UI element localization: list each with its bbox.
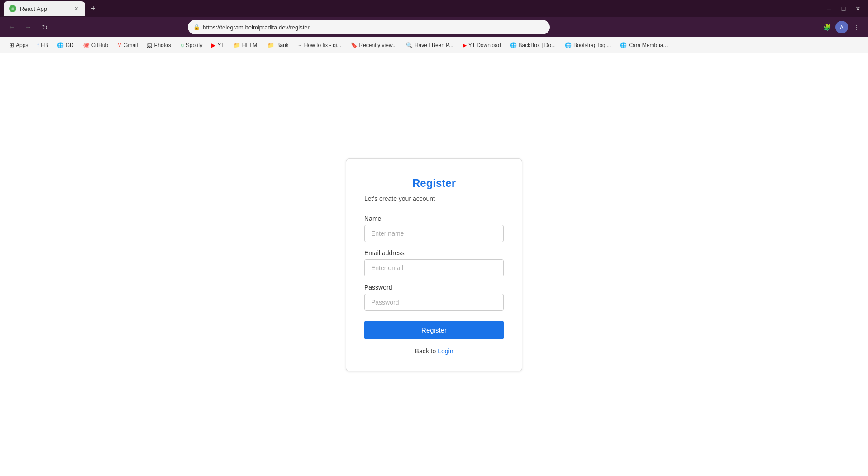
- gmail-label: Gmail: [124, 42, 138, 48]
- bookmark-fb[interactable]: f FB: [33, 40, 51, 50]
- helmi-label: HELMI: [242, 42, 259, 48]
- password-field-group: Password: [364, 284, 504, 311]
- address-bar: ← → ↻ 🔒 https://telegram.helmipradita.de…: [0, 17, 868, 37]
- close-button[interactable]: ✕: [852, 2, 864, 15]
- yt-label: YT: [217, 42, 224, 48]
- backbox-icon: 🌐: [510, 42, 517, 48]
- email-field-group: Email address: [364, 249, 504, 276]
- bookmark-helmi[interactable]: 📁 HELMI: [230, 40, 262, 50]
- apps-icon: ⊞: [9, 42, 14, 48]
- url-text: https://telegram.helmipradita.dev/regist…: [203, 24, 544, 31]
- password-input[interactable]: [364, 294, 504, 311]
- email-label: Email address: [364, 249, 504, 257]
- minimize-button[interactable]: ─: [823, 2, 835, 15]
- bookmarks-bar: ⊞ Apps f FB 🌐 GD 🐙 GitHub M Gmail 🖼 Phot…: [0, 37, 868, 53]
- email-input[interactable]: [364, 259, 504, 276]
- extensions-icon[interactable]: 🧩: [821, 21, 834, 33]
- recently-label: Recently view...: [359, 42, 397, 48]
- helmi-icon: 📁: [234, 42, 240, 48]
- register-title: Register: [364, 177, 504, 190]
- name-field-group: Name: [364, 215, 504, 242]
- bootstrap-label: Bootstrap logi...: [573, 42, 611, 48]
- tab-close-button[interactable]: ✕: [72, 5, 80, 12]
- profile-icon[interactable]: A: [835, 21, 848, 33]
- backbox-label: BackBox | Do...: [519, 42, 556, 48]
- howtofix-label: How to fix - gi...: [304, 42, 342, 48]
- bookmark-photos[interactable]: 🖼 Photos: [143, 40, 174, 50]
- active-tab[interactable]: ⚛ React App ✕: [4, 1, 85, 16]
- tab-bar: ⚛ React App ✕ + ─ □ ✕: [0, 0, 868, 17]
- github-icon: 🐙: [83, 42, 90, 48]
- bookmark-apps[interactable]: ⊞ Apps: [5, 40, 32, 50]
- back-text: Back to: [415, 347, 438, 355]
- bootstrap-icon: 🌐: [565, 42, 572, 48]
- bookmark-github[interactable]: 🐙 GitHub: [79, 40, 112, 50]
- bookmark-yt[interactable]: ▶ YT: [208, 40, 228, 50]
- photos-icon: 🖼: [147, 42, 152, 48]
- hibp-icon: 🔍: [406, 42, 413, 48]
- bank-label: Bank: [276, 42, 288, 48]
- tab-favicon: ⚛: [9, 5, 16, 12]
- back-button[interactable]: ←: [5, 21, 18, 33]
- name-input[interactable]: [364, 225, 504, 242]
- bookmark-haveibeenpwned[interactable]: 🔍 Have I Been P...: [402, 40, 457, 50]
- gd-icon: 🌐: [57, 42, 64, 48]
- url-bar[interactable]: 🔒 https://telegram.helmipradita.dev/regi…: [188, 20, 550, 34]
- yt-icon: ▶: [211, 42, 215, 48]
- cara-label: Cara Membua...: [629, 42, 668, 48]
- recently-icon: 🔖: [351, 42, 358, 48]
- ytdl-label: YT Download: [468, 42, 501, 48]
- address-right-icons: 🧩 A ⋮: [821, 21, 863, 33]
- gd-label: GD: [66, 42, 74, 48]
- login-link[interactable]: Login: [438, 347, 453, 355]
- bank-icon: 📁: [267, 42, 274, 48]
- window-controls: ─ □ ✕: [823, 2, 864, 15]
- bookmark-howtofix[interactable]: → How to fix - gi...: [294, 40, 345, 50]
- tab-title: React App: [20, 5, 69, 12]
- apps-label: Apps: [16, 42, 28, 48]
- forward-button[interactable]: →: [22, 21, 34, 33]
- gmail-icon: M: [117, 42, 122, 48]
- lock-icon: 🔒: [193, 24, 200, 30]
- spotify-label: Spotify: [186, 42, 203, 48]
- hibp-label: Have I Been P...: [415, 42, 453, 48]
- back-to-login-text: Back to Login: [364, 347, 504, 355]
- cara-icon: 🌐: [620, 42, 627, 48]
- fb-label: FB: [41, 42, 48, 48]
- fb-icon: f: [37, 42, 39, 48]
- bookmark-spotify[interactable]: ♫ Spotify: [176, 40, 206, 50]
- bookmark-gd[interactable]: 🌐 GD: [53, 40, 77, 50]
- bookmark-bootstrap[interactable]: 🌐 Bootstrap logi...: [561, 40, 615, 50]
- name-label: Name: [364, 215, 504, 222]
- github-label: GitHub: [91, 42, 108, 48]
- bookmark-cara[interactable]: 🌐 Cara Membua...: [616, 40, 671, 50]
- arrow-icon: →: [298, 43, 302, 48]
- spotify-icon: ♫: [180, 42, 184, 48]
- menu-icon[interactable]: ⋮: [850, 21, 863, 33]
- maximize-button[interactable]: □: [837, 2, 850, 15]
- page-content: Register Let's create your account Name …: [0, 53, 868, 476]
- bookmark-bank[interactable]: 📁 Bank: [264, 40, 292, 50]
- reload-button[interactable]: ↻: [38, 21, 51, 33]
- password-label: Password: [364, 284, 504, 291]
- register-subtitle: Let's create your account: [364, 195, 504, 202]
- browser-chrome: ⚛ React App ✕ + ─ □ ✕ ← → ↻ 🔒 https://te…: [0, 0, 868, 53]
- register-card: Register Let's create your account Name …: [346, 158, 522, 371]
- photos-label: Photos: [154, 42, 171, 48]
- bookmark-ytdownload[interactable]: ▶ YT Download: [459, 40, 505, 50]
- register-button[interactable]: Register: [364, 321, 504, 339]
- new-tab-button[interactable]: +: [87, 2, 100, 15]
- ytdl-icon: ▶: [463, 42, 467, 48]
- bookmark-recently[interactable]: 🔖 Recently view...: [347, 40, 401, 50]
- bookmark-backbox[interactable]: 🌐 BackBox | Do...: [506, 40, 559, 50]
- bookmark-gmail[interactable]: M Gmail: [114, 40, 141, 50]
